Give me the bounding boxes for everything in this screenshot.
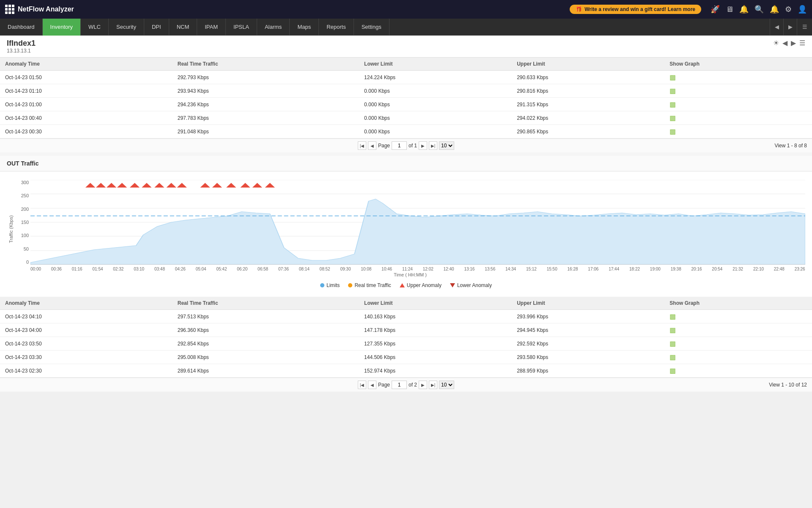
bar-chart-icon[interactable]: ▩ bbox=[669, 74, 676, 81]
nav-wlc[interactable]: WLC bbox=[81, 19, 109, 36]
out-table-row: Oct-14-23 03:50 292.854 Kbps 127.355 Kbp… bbox=[0, 337, 812, 351]
anomaly-triangle-4 bbox=[117, 183, 127, 188]
nav-menu-button[interactable]: ☰ bbox=[797, 19, 812, 36]
out-table-row: Oct-14-23 04:00 296.360 Kbps 147.178 Kbp… bbox=[0, 323, 812, 337]
out-row-lower: 140.163 Kbps bbox=[359, 310, 512, 323]
out-table-row: Oct-14-23 04:10 297.513 Kbps 140.163 Kbp… bbox=[0, 310, 812, 323]
nav-next-arrow[interactable]: ▶ bbox=[783, 19, 797, 36]
bar-chart-icon[interactable]: ▩ bbox=[669, 340, 676, 347]
out-row-graph[interactable]: ▩ bbox=[664, 323, 812, 337]
nav-inventory[interactable]: Inventory bbox=[43, 19, 81, 36]
notification-icon[interactable]: 🔔 bbox=[770, 5, 779, 14]
chevron-right-icon[interactable]: ▶ bbox=[791, 39, 796, 47]
out-table-row: Oct-14-23 03:30 295.008 Kbps 144.506 Kbp… bbox=[0, 351, 812, 364]
out-page-input[interactable] bbox=[392, 381, 407, 389]
page-title: IfIndex1 bbox=[7, 39, 36, 48]
in-prev-page-btn[interactable]: ◀ bbox=[368, 141, 376, 150]
bell-outline-icon[interactable]: 🔔 bbox=[739, 5, 749, 14]
legend-lower-label: Lower Anomaly bbox=[457, 282, 492, 288]
menu-lines-icon[interactable]: ☰ bbox=[799, 39, 805, 47]
nav-maps[interactable]: Maps bbox=[290, 19, 319, 36]
in-table-row: Oct-14-23 01:10 293.943 Kbps 0.000 Kbps … bbox=[0, 84, 812, 98]
out-section-title: OUT Traffic bbox=[0, 156, 812, 171]
in-page-input[interactable] bbox=[392, 141, 407, 150]
anomaly-triangle-9 bbox=[177, 183, 187, 188]
in-row-graph[interactable]: ▩ bbox=[664, 125, 812, 138]
page-subtitle: 13.13.13.1 bbox=[7, 48, 36, 54]
bar-chart-icon[interactable]: ▩ bbox=[669, 367, 676, 374]
chart-legend: Limits Real time Traffic Upper Anomaly L… bbox=[7, 278, 805, 293]
in-row-upper: 290.865 Kbps bbox=[512, 125, 664, 138]
col-anomaly-time-in: Anomaly Time bbox=[0, 58, 173, 71]
in-traffic-section: Anomaly Time Real Time Traffic Lower Lim… bbox=[0, 58, 812, 152]
chart-svg bbox=[30, 180, 805, 265]
in-row-graph[interactable]: ▩ bbox=[664, 111, 812, 125]
anomaly-triangle-1 bbox=[85, 183, 95, 188]
bar-chart-icon[interactable]: ▩ bbox=[669, 128, 676, 135]
in-next-page-btn[interactable]: ▶ bbox=[419, 141, 427, 150]
out-next-page-btn[interactable]: ▶ bbox=[419, 381, 427, 389]
in-last-page-btn[interactable]: ▶| bbox=[429, 141, 437, 150]
in-row-lower: 0.000 Kbps bbox=[359, 125, 512, 138]
out-row-upper: 294.945 Kbps bbox=[512, 323, 664, 337]
out-last-page-btn[interactable]: ▶| bbox=[429, 381, 437, 389]
nav-reports[interactable]: Reports bbox=[319, 19, 354, 36]
in-first-page-btn[interactable]: |◀ bbox=[358, 141, 366, 150]
in-row-realtime: 292.793 Kbps bbox=[173, 71, 359, 84]
col-realtime-in: Real Time Traffic bbox=[173, 58, 359, 71]
in-row-graph[interactable]: ▩ bbox=[664, 84, 812, 98]
page-header-icons: ☀ ◀ ▶ ☰ bbox=[773, 39, 805, 47]
nav-ipam[interactable]: IPAM bbox=[197, 19, 226, 36]
bar-chart-icon[interactable]: ▩ bbox=[669, 326, 676, 334]
out-per-page-select[interactable]: 102550 bbox=[439, 381, 454, 389]
bar-chart-icon[interactable]: ▩ bbox=[669, 114, 676, 121]
out-row-upper: 293.580 Kbps bbox=[512, 351, 664, 364]
anomaly-triangle-5 bbox=[130, 183, 140, 188]
out-row-graph[interactable]: ▩ bbox=[664, 337, 812, 351]
gear-icon[interactable]: ⚙ bbox=[785, 5, 792, 14]
search-icon[interactable]: 🔍 bbox=[754, 5, 764, 14]
nav-dashboard[interactable]: Dashboard bbox=[0, 19, 43, 36]
out-row-time: Oct-14-23 02:30 bbox=[0, 364, 173, 378]
monitor-icon[interactable]: 🖥 bbox=[726, 5, 733, 14]
nav-settings[interactable]: Settings bbox=[354, 19, 390, 36]
legend-limits: Limits bbox=[320, 282, 340, 288]
out-traffic-section: OUT Traffic Traffic (Kbps) 300 250 200 1… bbox=[0, 156, 812, 392]
out-page-label: Page bbox=[378, 382, 390, 388]
bar-chart-icon[interactable]: ▩ bbox=[669, 87, 676, 94]
y-tick-0: 0 bbox=[26, 260, 29, 265]
in-row-realtime: 297.783 Kbps bbox=[173, 111, 359, 125]
nav-prev-arrow[interactable]: ◀ bbox=[770, 19, 783, 36]
out-row-graph[interactable]: ▩ bbox=[664, 351, 812, 364]
nav-security[interactable]: Security bbox=[109, 19, 144, 36]
out-prev-page-btn[interactable]: ◀ bbox=[368, 381, 376, 389]
topbar-icons: 🚀 🖥 🔔 🔍 🔔 ⚙ 👤 bbox=[710, 5, 807, 14]
in-row-graph[interactable]: ▩ bbox=[664, 98, 812, 111]
bar-chart-icon[interactable]: ▩ bbox=[669, 353, 676, 361]
in-view-info: View 1 - 8 of 8 bbox=[775, 143, 807, 149]
out-row-graph[interactable]: ▩ bbox=[664, 364, 812, 378]
nav-ipsla[interactable]: IPSLA bbox=[226, 19, 257, 36]
rocket-icon[interactable]: 🚀 bbox=[710, 5, 720, 14]
nav-alarms[interactable]: Alarms bbox=[257, 19, 290, 36]
out-row-lower: 147.178 Kbps bbox=[359, 323, 512, 337]
brightness-icon[interactable]: ☀ bbox=[773, 39, 779, 47]
anomaly-triangle-3 bbox=[107, 183, 116, 188]
promo-banner[interactable]: 🎁 Write a review and win a gift card! Le… bbox=[570, 5, 701, 14]
out-row-graph[interactable]: ▩ bbox=[664, 310, 812, 323]
in-row-graph[interactable]: ▩ bbox=[664, 71, 812, 84]
in-per-page-select[interactable]: 102550 bbox=[439, 141, 454, 150]
out-first-page-btn[interactable]: |◀ bbox=[358, 381, 366, 389]
in-row-time: Oct-14-23 01:00 bbox=[0, 98, 173, 111]
user-icon[interactable]: 👤 bbox=[798, 5, 807, 14]
grid-icon bbox=[5, 5, 14, 14]
bar-chart-icon[interactable]: ▩ bbox=[669, 101, 676, 108]
anomaly-triangle-13 bbox=[240, 183, 250, 188]
chevron-left-icon[interactable]: ◀ bbox=[782, 39, 787, 47]
in-table-row: Oct-14-23 01:50 292.793 Kbps 124.224 Kbp… bbox=[0, 71, 812, 84]
out-row-time: Oct-14-23 03:30 bbox=[0, 351, 173, 364]
nav-dpi[interactable]: DPI bbox=[144, 19, 169, 36]
nav-ncm[interactable]: NCM bbox=[169, 19, 198, 36]
realtime-dot bbox=[348, 283, 352, 287]
bar-chart-icon[interactable]: ▩ bbox=[669, 313, 676, 320]
